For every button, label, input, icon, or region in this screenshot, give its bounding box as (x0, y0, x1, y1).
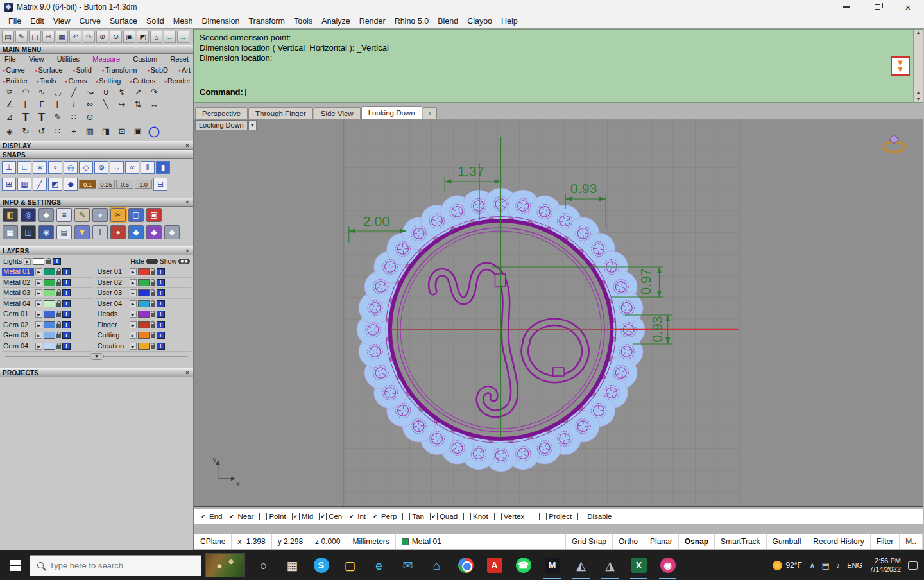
layer-current-indicator[interactable]: I (62, 343, 71, 350)
info-settings-icon[interactable]: ▢ (128, 208, 144, 222)
osnap-perp[interactable]: ✓Perp (372, 513, 397, 520)
snap-icon[interactable]: ▦ (17, 178, 31, 191)
snap-icon[interactable]: ⊟ (153, 178, 167, 191)
viewport-tab-side-view[interactable]: Side View (314, 107, 361, 119)
main-menu-tab-view[interactable]: View (29, 55, 44, 63)
status-pane-osnap[interactable]: Osnap (679, 534, 715, 549)
snap-increment-0-25[interactable]: 0.25 (98, 180, 115, 189)
layer-color-swatch[interactable] (44, 289, 55, 296)
chevron-down-icon[interactable]: ▼ (248, 120, 257, 130)
menu-item-view[interactable]: View (49, 15, 75, 27)
main-menu-item-transform[interactable]: Transform (102, 66, 137, 74)
tool-icon[interactable]: ▥ (83, 126, 96, 136)
tool-icon[interactable]: Γ (35, 99, 48, 109)
command-prompt[interactable]: Command: (200, 87, 246, 97)
layer-color-swatch[interactable] (44, 321, 55, 328)
tool-icon[interactable]: ◡ (51, 87, 64, 97)
checkbox[interactable]: ✓ (348, 513, 355, 520)
layer-color-swatch[interactable] (44, 268, 55, 275)
layer-color-swatch[interactable] (44, 279, 55, 286)
toolbar-icon[interactable]: ⊕ (96, 31, 108, 43)
info-settings-icon[interactable]: ◆ (164, 225, 180, 239)
status-pane-planar[interactable]: Planar (644, 534, 679, 549)
layer-expand-button[interactable]: ▶ (130, 279, 137, 286)
layer-current-indicator[interactable]: I (62, 300, 71, 307)
toolbar-icon[interactable]: ↶ (69, 31, 81, 43)
tool-icon[interactable]: ⇅ (132, 99, 144, 109)
osnap-vertex[interactable]: Vertex (494, 513, 525, 520)
status-pane-m[interactable]: M.. (900, 534, 923, 549)
snap-icon[interactable]: ∗ (33, 161, 47, 174)
tool-icon[interactable]: ⌈ (51, 99, 64, 109)
edge-icon[interactable]: e (364, 550, 393, 580)
menu-item-help[interactable]: Help (497, 15, 522, 27)
layer-expand-button[interactable]: ▶ (24, 258, 31, 265)
snap-icon[interactable]: ∘ (48, 161, 62, 174)
checkbox[interactable] (259, 513, 267, 520)
lock-icon[interactable] (151, 282, 155, 286)
tool-icon[interactable]: ╲ (99, 99, 112, 109)
snap-icon[interactable]: ◇ (79, 161, 93, 174)
info-settings-icon[interactable]: ◆ (128, 225, 144, 239)
show-eye-icon[interactable] (178, 259, 190, 264)
layer-row-cutting[interactable]: Cutting▶I (96, 330, 191, 341)
whatsapp-icon[interactable]: ☎ (509, 550, 538, 580)
menu-item-clayoo[interactable]: Clayoo (463, 15, 497, 27)
command-history-area[interactable]: Second dimension point: Dimension locati… (194, 29, 923, 103)
status-pane-cplane[interactable]: CPlane (194, 534, 232, 549)
main-menu-item-tools[interactable]: Tools (37, 77, 56, 85)
layer-current-indicator[interactable]: I (62, 332, 71, 339)
checkbox[interactable] (494, 513, 502, 520)
layer-current-indicator[interactable]: I (157, 268, 165, 275)
layer-current-indicator[interactable]: I (157, 343, 165, 350)
menu-item-surface[interactable]: Surface (105, 15, 142, 27)
layer-color-swatch[interactable] (44, 343, 55, 350)
layer-color-swatch[interactable] (138, 300, 150, 307)
layer-row-gem-01[interactable]: Gem 01▶I (2, 309, 93, 320)
toolbar-icon[interactable]: ▣ (123, 31, 135, 43)
status-pane-millimeters[interactable]: Millimeters (346, 534, 395, 549)
layer-current-indicator[interactable]: I (157, 279, 165, 286)
layer-expand-button[interactable]: ▶ (35, 332, 42, 339)
tool-icon[interactable]: ▣ (132, 126, 144, 136)
layer-color-swatch[interactable] (138, 289, 150, 296)
status-pane-filter[interactable]: Filter (871, 534, 900, 549)
main-menu-item-setting[interactable]: Setting (96, 77, 121, 85)
layer-current-indicator[interactable]: I (62, 268, 71, 275)
snap-icon[interactable]: ▮ (156, 161, 170, 174)
capricorn-symbol[interactable] (432, 266, 586, 414)
info-settings-icon[interactable]: ▼ (74, 225, 90, 239)
status-pane-grid-snap[interactable]: Grid Snap (566, 534, 613, 549)
main-menu-tab-file[interactable]: File (4, 55, 16, 63)
status-pane-metal-01[interactable]: Metal 01 (396, 534, 566, 549)
layer-color-swatch[interactable] (44, 332, 55, 339)
info-settings-icon[interactable]: ● (92, 208, 108, 222)
tool-icon[interactable]: ↪ (116, 99, 128, 109)
layer-row-user-04[interactable]: User 04▶I (96, 299, 191, 310)
layer-expand-button[interactable]: ▶ (35, 279, 42, 286)
lock-icon[interactable] (56, 345, 61, 349)
snap-icon[interactable]: ∝ (125, 161, 139, 174)
viewport-tab-new[interactable]: + (423, 107, 438, 119)
touch-keyboard-icon[interactable]: ▤ (821, 561, 829, 570)
osnap-tan[interactable]: Tan (402, 513, 424, 520)
layer-row-user-01[interactable]: User 01▶I (96, 267, 191, 278)
tool-icon[interactable]: ∷ (51, 126, 64, 136)
layer-expand-button[interactable]: ▶ (35, 311, 42, 318)
minimize-button[interactable] (838, 1, 855, 13)
snap-increment-1-0[interactable]: 1.0 (135, 180, 152, 189)
osnap-int[interactable]: ✓Int (348, 513, 366, 520)
layer-color-swatch[interactable] (33, 258, 44, 265)
toolbar-icon[interactable]: ⊙ (110, 31, 122, 43)
layer-color-swatch[interactable] (138, 332, 150, 339)
info-settings-icon[interactable]: ▦ (3, 225, 18, 239)
lock-icon[interactable] (56, 303, 61, 307)
checkbox[interactable]: ✓ (372, 513, 379, 520)
lock-icon[interactable] (56, 324, 61, 328)
layer-color-swatch[interactable] (138, 268, 150, 275)
lock-icon[interactable] (151, 303, 155, 307)
tool-icon[interactable]: ∠ (3, 99, 16, 109)
acrobat-icon[interactable]: A (480, 550, 509, 580)
main-menu-item-builder[interactable]: Builder (3, 77, 28, 85)
modeling-app-icon-1[interactable]: ◭ (567, 550, 595, 580)
